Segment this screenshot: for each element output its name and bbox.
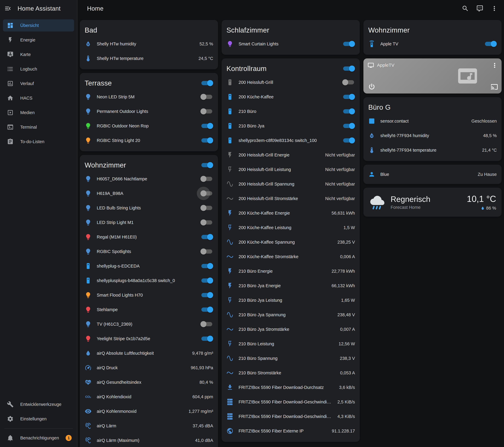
entity-row-airq-kohlenmonoxid[interactable]: airQ Kohlenmonoxid1,277 mg/m³ <box>80 404 218 419</box>
entity-row-shelly-htw-humidity[interactable]: Shelly HTw humidity52,5 % <box>80 37 218 51</box>
entity-row-neon-led-strip-5m[interactable]: Neon LED Strip 5M <box>80 90 218 104</box>
entity-row-fritz-box-5590-fiber-download-geschwindigk[interactable]: FRITZ!Box 5590 Fiber Download-Geschwindi… <box>222 409 360 424</box>
overflow-menu-button[interactable] <box>491 5 498 12</box>
entity-row-fritz-box-5590-fiber-download-geschwindigk[interactable]: FRITZ!Box 5590 Fiber Download-Geschwindi… <box>222 395 360 409</box>
entity-row-rgbic-string-light-20[interactable]: RGBIC String Light 20 <box>80 133 218 148</box>
entity-toggle[interactable] <box>342 123 355 129</box>
entity-row-rgbic-outdoor-neon-rop[interactable]: RGBIC Outdoor Neon Rop <box>80 119 218 133</box>
entity-toggle[interactable] <box>342 108 355 115</box>
entity-row-200-heissluft-grill-stromst-rke[interactable]: 200 Heissluft-Grill StromstärkeNicht ver… <box>222 191 360 206</box>
entity-row-shellyht-77f934-humidity[interactable]: shellyht-77F934 humidity48,5 % <box>363 128 502 143</box>
entity-row-sensor-contact[interactable]: sensor.contactGeschlossen <box>363 114 502 128</box>
entity-row-200-heissluft-grill-leistung[interactable]: 200 Heissluft-Grill LeistungNicht verfüg… <box>222 162 360 177</box>
entity-row-210-b-ro-leistung[interactable]: 210 Büro Leistung12,56 W <box>222 336 360 351</box>
sidebar-item-bersicht[interactable]: Übersicht <box>3 19 74 32</box>
entity-row-airq-kohlendioxid[interactable]: CO₂airQ Kohlendioxid604,4 ppm <box>80 389 218 404</box>
entity-row-210-b-ro-energie[interactable]: 210 Büro Energie22,778 kWh <box>222 264 360 278</box>
entity-row-200-k-che-kaffee-leistung[interactable]: 200 Küche-Kaffee Leistung1,5 W <box>222 220 360 235</box>
sidebar-item-karte[interactable]: Karte <box>3 48 74 60</box>
entity-row-fritz-box-5590-fiber-externe-ip[interactable]: FRITZ!Box 5590 Fiber Externe IP91.1.228.… <box>222 424 360 438</box>
entity-row-blue[interactable]: BlueZu Hause <box>363 167 502 182</box>
entity-row-210-b-ro-jya-stromst-rke[interactable]: 210 Büro Jya Stromstärke0,007 A <box>222 322 360 336</box>
media-player-card[interactable]: AppleTV <box>363 58 502 94</box>
entity-row-210-b-ro-jya-spannung[interactable]: 210 Büro Jya Spannung238,48 V <box>222 308 360 322</box>
entity-row-permanent-outdoor-lights[interactable]: Permanent Outdoor Lights <box>80 104 218 119</box>
entity-toggle[interactable] <box>200 248 213 255</box>
entity-toggle[interactable] <box>200 123 213 129</box>
entity-row-210-b-ro-stromst-rke[interactable]: 210 Büro Stromstärke0,053 A <box>222 366 360 380</box>
card-header-toggle[interactable] <box>200 162 213 168</box>
entity-toggle[interactable] <box>200 94 213 100</box>
entity-row-airq-druck[interactable]: airQ Druck961,93 hPa <box>80 360 218 375</box>
entity-toggle[interactable] <box>200 321 213 328</box>
sidebar-item-einstellungen[interactable]: Einstellungen <box>3 413 74 425</box>
entity-row-airq-l-rm[interactable]: airQ Lärm37,45 dBA <box>80 419 218 433</box>
entity-row-shellypro3em-c8f09e83134c-switch-100[interactable]: shellypro3em-c8f09e83134c switch_100 <box>222 133 360 148</box>
sidebar-item-verlauf[interactable]: Verlauf <box>3 78 74 90</box>
entity-row-200-k-che-kaffee-spannung[interactable]: 200 Küche-Kaffee Spannung238,25 V <box>222 235 360 249</box>
entity-row-shellyht-77f934-temperature[interactable]: shellyht-77F934 temperature21,4 °C <box>363 143 502 157</box>
entity-toggle[interactable] <box>342 137 355 144</box>
media-cast-button[interactable] <box>491 83 498 91</box>
entity-toggle[interactable] <box>200 205 213 211</box>
entity-toggle[interactable] <box>200 137 213 144</box>
entity-row-shellyplug-s-edceda[interactable]: shellyplug-s-EDCEDA <box>80 259 218 273</box>
entity-row-led-strip-light-m1[interactable]: LED Strip Light M1 <box>80 215 218 230</box>
sidebar-item-to-do-listen[interactable]: To-do-Listen <box>3 136 74 148</box>
entity-row-smart-flood-lights-h70[interactable]: Smart Flood Lights H70 <box>80 288 218 302</box>
media-power-button[interactable] <box>368 83 376 91</box>
entity-toggle[interactable] <box>484 40 497 47</box>
entity-row-200-k-che-kaffee-energie[interactable]: 200 Küche-Kaffee Energie56,631 kWh <box>222 206 360 220</box>
card-header-toggle[interactable] <box>200 80 213 86</box>
entity-row-rgbic-spotlights[interactable]: RGBIC Spotlights <box>80 244 218 259</box>
entity-row-210-b-ro-jya-leistung[interactable]: 210 Büro Jya Leistung1,65 W <box>222 293 360 308</box>
sidebar-item-terminal[interactable]: Terminal <box>3 121 74 133</box>
entity-toggle[interactable] <box>200 292 213 298</box>
entity-row-shellyplusplugs-b48a0a1c5c38-switch-0[interactable]: shellyplusplugs-b48a0a1c5c38 switch_0 <box>80 273 218 288</box>
entity-toggle[interactable] <box>200 263 213 269</box>
entity-row-stehlampe[interactable]: Stehlampe <box>80 302 218 317</box>
entity-row-apple-tv[interactable]: Apple TV <box>363 37 502 51</box>
entity-toggle[interactable] <box>200 335 213 342</box>
entity-row-210-b-ro-jya[interactable]: 210 Büro Jya <box>222 119 360 133</box>
entity-row-200-k-che-kaffee[interactable]: 200 Küche-Kaffee <box>222 90 360 104</box>
card-header-toggle[interactable] <box>342 65 355 72</box>
entity-row-200-heissluft-grill-energie[interactable]: 200 Heissluft-Grill EnergieNicht verfügb… <box>222 148 360 162</box>
entity-row-fritz-box-5590-fiber-download-durchsatz[interactable]: FRITZ!Box 5590 Fiber Download-Durchsatz3… <box>222 380 360 395</box>
entity-row-h6057-d666-nachtlampe[interactable]: H6057_D666 Nachtlampe <box>80 172 218 186</box>
entity-row-210-b-ro-jya-energie[interactable]: 210 Büro Jya Energie66,132 kWh <box>222 278 360 293</box>
entity-row-yeelight-stripe-0x1b7a2d5e[interactable]: Yeelight Stripe 0x1b7a2d5e <box>80 331 218 346</box>
entity-toggle[interactable] <box>200 219 213 226</box>
search-button[interactable] <box>462 5 469 12</box>
sidebar-item-energie[interactable]: Energie <box>3 34 74 46</box>
sidebar-item-hacs[interactable]: HACS <box>3 92 74 104</box>
entity-row-210-b-ro[interactable]: 210 Büro <box>222 104 360 119</box>
sidebar-item-medien[interactable]: Medien <box>3 107 74 119</box>
assist-button[interactable] <box>476 5 484 12</box>
sidebar-item-entwicklerwerkzeuge[interactable]: Entwicklerwerkzeuge <box>3 398 74 410</box>
entity-row-airq-absolute-luftfeuchtigkeit[interactable]: airQ Absolute Luftfeuchtigkeit9,478 g/m³ <box>80 346 218 360</box>
entity-toggle[interactable] <box>342 79 355 86</box>
entity-row-200-heissluft-grill[interactable]: 200 Heissluft-Grill <box>222 75 360 90</box>
entity-toggle[interactable] <box>200 175 213 182</box>
sidebar-item-logbuch[interactable]: Logbuch <box>3 63 74 75</box>
entity-row-210-b-ro-spannung[interactable]: 210 Büro Spannung238,3 V <box>222 351 360 366</box>
entity-row-airq-gesundheitsindex[interactable]: airQ Gesundheitsindex80,4 % <box>80 375 218 389</box>
sidebar-item-benachrichtigungen[interactable]: Benachrichtigungen1 <box>3 432 74 444</box>
entity-toggle[interactable] <box>200 306 213 313</box>
weather-card[interactable]: RegnerischForecast Home10,1 °C86 % <box>363 188 502 217</box>
entity-row-airq-l-rm-maximum[interactable]: airQ Lärm (Maximum)41,0 dBA <box>80 433 218 447</box>
entity-row-smart-curtain-lights[interactable]: Smart Curtain Lights <box>222 37 360 51</box>
sidebar-toggle-button[interactable] <box>4 5 12 12</box>
entity-row-led-bulb-string-lights[interactable]: LED Bulb String Lights <box>80 201 218 215</box>
entity-toggle[interactable] <box>342 40 355 47</box>
entity-row-200-heissluft-grill-spannung[interactable]: 200 Heissluft-Grill SpannungNicht verfüg… <box>222 177 360 191</box>
entity-row-regal-m1m-h61e0[interactable]: Regal (M1M H61E0) <box>80 230 218 244</box>
entity-row-h619a-b98a[interactable]: H619A_B98A <box>80 186 218 201</box>
entity-toggle[interactable] <box>342 94 355 100</box>
entity-toggle[interactable] <box>200 108 213 115</box>
entity-toggle[interactable] <box>200 277 213 284</box>
entity-row-tv-h61c3-2369[interactable]: TV (H61C3_2369) <box>80 317 218 331</box>
entity-row-200-k-che-kaffee-stromst-rke[interactable]: 200 Küche-Kaffee Stromstärke0,006 A <box>222 249 360 264</box>
media-menu-button[interactable] <box>491 62 498 69</box>
